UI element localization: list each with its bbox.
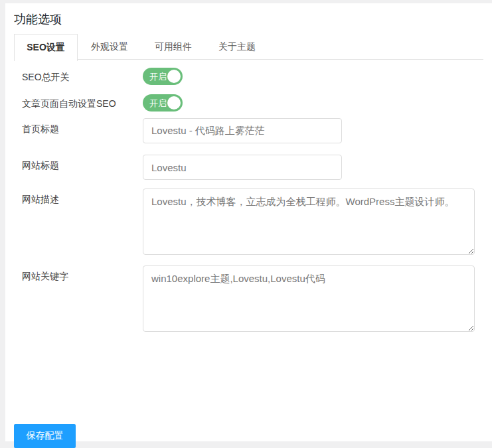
textarea-site-keywords[interactable]: win10explore主题,Lovestu,Lovestu代码 <box>143 265 475 332</box>
save-button[interactable]: 保存配置 <box>14 424 76 448</box>
settings-form: SEO总开关 开启 文章页面自动设置SEO 开启 首页标题 网站标题 <box>14 68 483 332</box>
toggle-on-label: 开启 <box>149 99 167 108</box>
toggle-knob <box>167 70 181 83</box>
form-row-site-title: 网站标题 <box>14 155 483 180</box>
tab-bar: SEO设置 外观设置 可用组件 关于主题 <box>14 34 483 60</box>
input-site-title[interactable] <box>143 155 342 180</box>
toggle-on-label: 开启 <box>149 72 167 81</box>
settings-panel: 功能选项 SEO设置 外观设置 可用组件 关于主题 SEO总开关 开启 文章页面… <box>5 3 492 441</box>
form-row-seo-master: SEO总开关 开启 <box>14 68 483 85</box>
form-row-auto-seo: 文章页面自动设置SEO 开启 <box>14 94 483 112</box>
toggle-seo-master[interactable]: 开启 <box>143 68 183 85</box>
form-row-site-keywords: 网站关键字 win10explore主题,Lovestu,Lovestu代码 <box>14 265 483 332</box>
tab-seo-settings[interactable]: SEO设置 <box>14 34 78 61</box>
field-label-site-description: 网站描述 <box>22 188 143 205</box>
input-home-title[interactable] <box>143 118 342 143</box>
form-row-site-description: 网站描述 Lovestu，技术博客，立志成为全栈工程师。WordPress主题设… <box>14 188 483 255</box>
field-label-site-title: 网站标题 <box>22 155 143 171</box>
toggle-auto-seo[interactable]: 开启 <box>143 94 183 112</box>
tab-appearance-settings[interactable]: 外观设置 <box>78 34 141 59</box>
form-row-home-title: 首页标题 <box>14 118 483 143</box>
tab-about-theme[interactable]: 关于主题 <box>205 34 269 59</box>
field-label-auto-seo: 文章页面自动设置SEO <box>22 94 143 110</box>
page-title: 功能选项 <box>14 11 483 28</box>
toggle-knob <box>167 96 181 110</box>
settings-content: 功能选项 SEO设置 外观设置 可用组件 关于主题 SEO总开关 开启 文章页面… <box>5 3 492 441</box>
field-label-home-title: 首页标题 <box>22 118 143 135</box>
textarea-site-description[interactable]: Lovestu，技术博客，立志成为全栈工程师。WordPress主题设计师。 <box>143 188 475 255</box>
page-background: { "page": { "title": "功能选项" }, "tabs": [… <box>0 0 492 448</box>
field-label-seo-master: SEO总开关 <box>22 68 143 83</box>
tab-available-widgets[interactable]: 可用组件 <box>141 34 205 59</box>
field-label-site-keywords: 网站关键字 <box>22 265 143 282</box>
